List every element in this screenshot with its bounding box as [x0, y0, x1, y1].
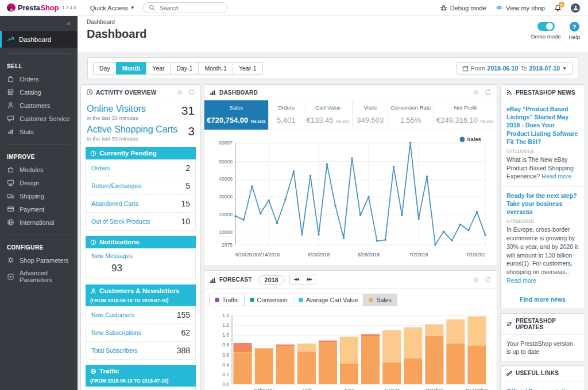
section-subtitle: (FROM 2018-06-10 TO 2018-07-10) — [90, 298, 191, 303]
sidebar-collapse-button[interactable]: « — [0, 16, 78, 31]
sidebar-item-advanced-parameters[interactable]: Advanced Parameters — [0, 267, 78, 286]
kpi-tab-conversion-rate[interactable]: Conversion Rate 1.55% — [388, 100, 434, 130]
sidebar-item-design[interactable]: Design — [0, 176, 78, 189]
kpi-tab-sales[interactable]: Sales €720,754.00 Tax excl. — [204, 100, 269, 130]
prestashop-logo[interactable]: Presta Shop 1.7.4.0 — [0, 3, 82, 12]
globe-icon — [90, 368, 96, 375]
gear-icon[interactable] — [176, 89, 183, 96]
sidebar-item-stats[interactable]: Stats — [0, 125, 78, 138]
filter-year-1-button[interactable]: Year-1 — [233, 62, 263, 75]
row-link[interactable]: New Subscriptions — [91, 329, 141, 336]
svg-text:0.2: 0.2 — [222, 372, 229, 377]
search-icon — [149, 5, 155, 11]
svg-text:0.8: 0.8 — [222, 342, 229, 348]
legend-average-cart-value-button[interactable]: Average Cart Value — [293, 294, 364, 306]
person-icon — [90, 288, 96, 294]
legend-traffic-button[interactable]: Traffic — [209, 294, 245, 306]
new-subscriptions-row: New Subscriptions 62 — [86, 324, 195, 342]
gear-icon[interactable] — [473, 89, 479, 96]
row-link[interactable]: Abandoned Carts — [91, 200, 138, 207]
svg-text:7/2/2018: 7/2/2018 — [409, 252, 428, 258]
page-title: Dashboard — [87, 28, 579, 41]
filter-year-button[interactable]: Year — [146, 62, 171, 75]
sidebar-item-shipping[interactable]: Shipping — [0, 189, 78, 202]
previous-year-button[interactable]: ◀◀ — [289, 275, 303, 284]
read-more-link[interactable]: Read more — [506, 277, 536, 284]
prestashop-logo-icon — [7, 3, 16, 12]
news-headline-link[interactable]: Ready for the next step? Take your busin… — [506, 192, 579, 216]
refresh-icon[interactable] — [485, 89, 492, 96]
useful-link-item: Official Documentation User, Developer a… — [506, 387, 579, 390]
read-more-link[interactable]: Read more — [541, 173, 571, 180]
search-box[interactable] — [143, 2, 228, 13]
filter-day-button[interactable]: Day — [93, 62, 117, 75]
notifications-button[interactable]: 0 — [554, 4, 562, 11]
sidebar-item-orders[interactable]: Orders — [0, 72, 78, 85]
chevron-down-icon: ▼ — [130, 5, 135, 10]
next-year-button[interactable]: ▶▶ — [303, 275, 316, 284]
legend-sales-button[interactable]: Sales — [363, 294, 397, 306]
kpi-tab-orders[interactable]: Orders 5,401 — [269, 100, 304, 130]
sidebar-item-customer-service[interactable]: Customer Service — [0, 112, 78, 125]
sidebar-item-modules[interactable]: Modules — [0, 163, 78, 176]
view-my-shop-button[interactable]: View my shop — [496, 4, 545, 11]
filter-month-1-button[interactable]: Month-1 — [198, 62, 233, 75]
svg-text:December: December — [466, 388, 488, 390]
row-link[interactable]: Out of Stock Products — [91, 218, 150, 225]
globe-icon — [7, 219, 14, 226]
bar-chart-icon — [7, 128, 14, 135]
search-input[interactable] — [158, 4, 216, 12]
debug-mode-button[interactable]: Debug mode — [440, 4, 486, 11]
quick-access-menu[interactable]: Quick Access ▼ — [82, 5, 143, 11]
sidebar-item-dashboard[interactable]: Dashboard — [0, 31, 78, 48]
row-link[interactable]: Total Subscribers — [91, 347, 138, 354]
update-status-text: Your PrestaShop version is up to date — [501, 335, 585, 360]
demo-mode-toggle[interactable] — [537, 22, 555, 31]
kpi-tabs: Sales €720,754.00 Tax excl. Orders 5,401… — [204, 100, 497, 130]
news-headline-link[interactable]: eBay “Product Based Listings” Started Ma… — [506, 105, 579, 146]
bug-icon — [440, 4, 447, 11]
customers-newsletters-header: Customers & Newsletters (FROM 2018-06-10… — [86, 284, 196, 306]
divider — [7, 53, 71, 54]
sidebar-item-international[interactable]: International — [0, 216, 78, 229]
sidebar-item-shop-parameters[interactable]: Shop Parameters — [0, 253, 78, 267]
date-to-value: 2018-07-10 — [529, 65, 560, 72]
row-link[interactable]: Return/Exchanges — [91, 182, 141, 189]
panel-title: USEFUL LINKS — [516, 370, 559, 376]
sidebar-item-label: Orders — [20, 76, 39, 83]
svg-text:0.0: 0.0 — [222, 381, 229, 387]
filter-month-button[interactable]: Month — [116, 62, 147, 75]
gear-icon[interactable] — [473, 276, 479, 283]
legend-conversion-button[interactable]: Conversion — [244, 294, 293, 306]
row-link[interactable]: Orders — [91, 165, 110, 171]
kpi-tab-net-profit[interactable]: Net Profit €249,316.10 Tax excl. — [434, 100, 497, 130]
sidebar-section-sell: SELL — [0, 60, 78, 72]
filter-day-1-button[interactable]: Day-1 — [170, 62, 199, 75]
refresh-icon[interactable] — [188, 89, 195, 96]
sidebar-item-label: Dashboard — [19, 36, 51, 43]
row-link[interactable]: New Customers — [91, 311, 134, 318]
active-carts-sub: in the last 30 minutes — [87, 135, 195, 142]
dashboard-panel: DASHBOARD Sales €720,754.00 Tax excl. Or… — [204, 84, 497, 266]
online-visitors-link[interactable]: Online Visitors — [87, 104, 195, 114]
svg-text:6/10/2018: 6/10/2018 — [235, 252, 257, 258]
sidebar-item-payment[interactable]: Payment — [0, 202, 78, 216]
help-button[interactable]: ? — [570, 22, 579, 32]
kpi-tab-cart-value[interactable]: Cart Value €133.45 Tax excl. — [304, 100, 353, 130]
svg-text:2675: 2675 — [222, 242, 233, 248]
find-more-news-link[interactable]: Find more news — [501, 290, 585, 309]
rss-icon — [506, 89, 513, 96]
kpi-tab-visits[interactable]: Visits 349,503 — [353, 100, 388, 130]
sidebar-item-catalog[interactable]: Catalog — [0, 85, 78, 99]
active-carts-link[interactable]: Active Shopping Carts — [87, 124, 195, 135]
user-avatar[interactable] — [571, 3, 580, 13]
date-range-picker[interactable]: From 2018-06-10 To 2018-07-10 ▼ — [457, 62, 572, 75]
refresh-icon[interactable] — [485, 276, 492, 283]
clock-icon — [90, 150, 96, 157]
sidebar-item-customers[interactable]: Customers — [0, 99, 78, 112]
repeat-icon — [506, 321, 513, 327]
forecast-bar-chart: 0.00.20.40.60.81.01.21.4FebruaryAprilJun… — [204, 307, 497, 390]
svg-text:6/14/2018: 6/14/2018 — [258, 252, 280, 258]
useful-link[interactable]: Official Documentation — [506, 387, 579, 390]
row-link[interactable]: New Messages — [91, 252, 133, 259]
